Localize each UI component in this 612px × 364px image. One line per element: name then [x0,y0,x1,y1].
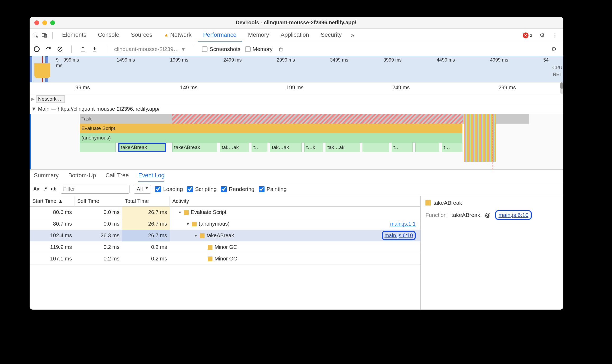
disclose-icon[interactable]: ▼ [194,234,198,238]
flame-fn-selected[interactable]: takeABreak [118,143,166,152]
disclose-icon[interactable]: ▼ [178,210,182,214]
close-icon[interactable] [34,20,39,25]
tab-elements[interactable]: Elements [57,29,92,42]
tab-application[interactable]: Application [275,29,314,42]
device-toggle-icon[interactable] [41,32,48,39]
scroll-thumb[interactable] [560,82,563,89]
flame-fn-label: t… [444,144,450,150]
error-icon: ✕ [523,32,528,38]
time-ruler[interactable]: 99 ms 149 ms 199 ms 249 ms 299 ms [30,82,563,94]
flame-fn[interactable]: takeABreak [172,143,217,152]
record-button[interactable] [33,46,40,53]
filter-input[interactable] [61,185,129,194]
tab-memory[interactable]: Memory [243,29,274,42]
th-activity[interactable]: Activity [170,196,420,207]
details-func-name: takeABreak [452,212,480,218]
td-start: 119.9 ms [30,241,75,253]
settings-gear-icon[interactable]: ⚙ [539,32,546,39]
table-row[interactable]: 107.1 ms0.2 ms0.2 msMinor GC [30,253,420,265]
inspect-icon[interactable] [32,32,40,39]
recording-select[interactable]: clinquant-mousse-2f239…▼ [114,46,186,52]
vertical-scrollbar[interactable] [560,82,563,94]
expand-icon[interactable]: ▶ [31,96,35,102]
subtab-bottom-up[interactable]: Bottom-Up [68,170,96,182]
table-row[interactable]: 80.7 ms0.0 ms26.7 ms▼(anonymous)main.js:… [30,218,420,230]
network-track[interactable]: ▶ Network … [30,94,563,104]
ruler-tick: 149 ms [136,85,242,91]
flame-fn[interactable]: t… [392,143,413,152]
minimize-icon[interactable] [42,20,47,25]
flame-fn[interactable] [415,143,439,152]
match-whole-word-button[interactable]: ab [51,186,57,192]
flame-anonymous[interactable]: (anonymous) [80,133,462,143]
svg-line-4 [58,47,62,51]
source-link[interactable]: main.js:1:1 [390,221,416,227]
table-row[interactable]: 80.6 ms0.0 ms26.7 ms▼Evaluate Script [30,207,420,218]
flame-fn[interactable]: tak…ak [270,143,302,152]
flame-fn-label: takeABreak [174,144,200,150]
tab-performance[interactable]: Performance [198,29,242,42]
kebab-menu-icon[interactable]: ⋮ [551,32,559,39]
activity-name: Evaluate Script [191,209,226,215]
tab-security[interactable]: Security [316,29,347,42]
zoom-icon[interactable] [50,20,55,25]
cat-painting[interactable]: Painting [259,186,287,192]
flame-fn[interactable]: t… [442,143,462,152]
cat-loading[interactable]: Loading [155,186,183,192]
flame-chart[interactable]: Task Evaluate Script (anonymous) takeABr… [30,114,563,170]
ov-tick: 4499 ms [435,57,489,68]
error-count-badge[interactable]: ✕ 2 [523,32,532,38]
reload-button[interactable] [45,46,52,53]
memory-checkbox[interactable]: Memory [245,46,273,52]
collapse-icon[interactable]: ▼ [31,106,36,112]
activity-name: Minor GC [215,256,237,262]
overview-timeline[interactable]: 9 ms 999 ms 1499 ms 1999 ms 2499 ms 2999… [30,56,563,82]
flame-fn[interactable]: tak…ak [220,143,249,152]
event-log-table: Start Time▲ Self Time Total Time Activit… [30,196,421,310]
cat-rendering[interactable]: Rendering [221,186,254,192]
flame-evaluate-script[interactable]: Evaluate Script [80,124,462,133]
tab-sources[interactable]: Sources [126,29,157,42]
td-activity: ▼takeABreakmain.js:6:10 [170,230,420,241]
flame-fn[interactable]: t… [252,143,267,152]
disclose-icon[interactable]: ▼ [186,222,190,226]
event-log-pane: Start Time▲ Self Time Total Time Activit… [30,196,563,310]
cat-scripting[interactable]: Scripting [187,186,217,192]
clear-button[interactable] [57,46,63,53]
subtab-event-log[interactable]: Event Log [138,170,164,182]
regex-button[interactable]: .* [44,186,47,192]
tab-console[interactable]: Console [93,29,125,42]
screenshots-checkbox[interactable]: Screenshots [202,46,240,52]
download-icon[interactable] [91,46,98,53]
th-total-time[interactable]: Total Time [122,196,170,207]
tab-network[interactable]: ▲Network [159,29,197,42]
more-tabs-button[interactable]: » [348,32,357,39]
duration-select[interactable]: All [134,185,151,194]
scripting-icon [200,233,205,238]
collect-garbage-icon[interactable] [277,46,284,53]
main-thread-label[interactable]: ▼ Main — https://clinquant-mousse-2f2396… [30,104,563,114]
table-row[interactable]: 102.4 ms26.3 ms26.7 ms▼takeABreakmain.js… [30,230,420,241]
subtab-call-tree[interactable]: Call Tree [105,170,129,182]
subtab-summary[interactable]: Summary [34,170,59,182]
th-self-time[interactable]: Self Time [75,196,122,207]
upload-icon[interactable] [80,46,86,53]
flame-fn[interactable] [363,143,389,152]
overview-handle-left[interactable] [30,56,32,82]
flame-fn[interactable]: t…k [304,143,323,152]
flame-fn[interactable] [80,143,116,152]
table-row[interactable]: 119.9 ms0.2 ms0.2 msMinor GC [30,241,420,253]
source-link[interactable]: main.js:6:10 [382,231,416,240]
td-activity: ▼Evaluate Script [170,207,420,218]
details-source-link[interactable]: main.js:6:10 [495,210,531,220]
flame-fn[interactable]: tak…ak [326,143,360,152]
details-at: @ [485,212,490,218]
scripting-icon [425,200,431,206]
ov-tick: 1999 ms [169,57,222,68]
ruler-ticks: 99 ms 149 ms 199 ms 249 ms 299 ms [30,85,560,91]
capture-settings-icon[interactable]: ⚙ [550,46,558,53]
ov-tick: 2999 ms [276,57,329,68]
match-case-button[interactable]: Aa [33,186,39,192]
scripting-icon [208,256,212,261]
th-start-time[interactable]: Start Time▲ [30,196,75,207]
